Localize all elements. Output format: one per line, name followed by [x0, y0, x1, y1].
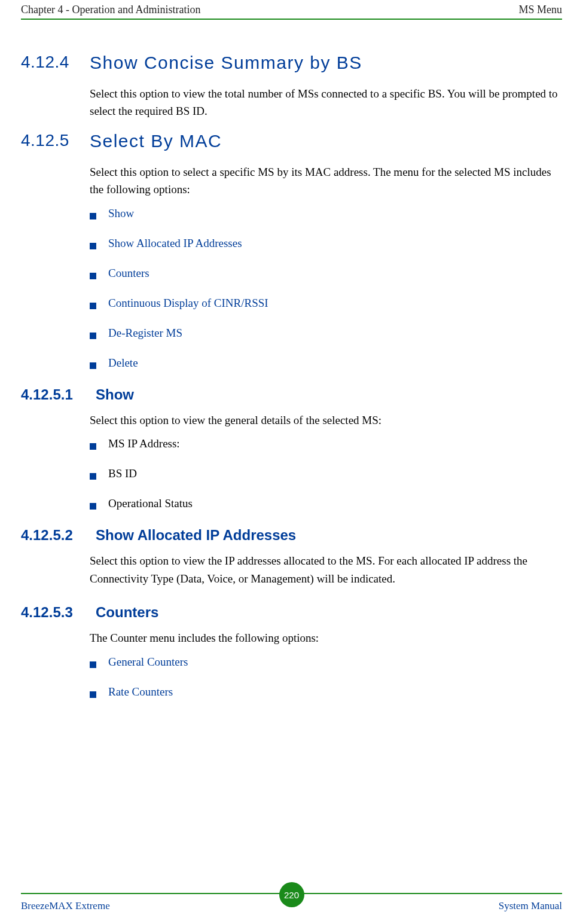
bullet-icon — [90, 303, 96, 309]
link-show-allocated-ip[interactable]: Show Allocated IP Addresses — [108, 237, 242, 250]
heading-show: 4.12.5.1 Show — [21, 386, 562, 403]
section-4-12-5: 4.12.5 Select By MAC Select this option … — [21, 131, 562, 370]
list-item: MS IP Address: — [90, 437, 562, 450]
list-item: Show Allocated IP Addresses — [90, 237, 562, 250]
list-item: Show — [90, 207, 562, 220]
paragraph: Select this option to view the IP addres… — [90, 552, 562, 587]
bullet-text: Operational Status — [108, 497, 193, 510]
page-number: 220 — [284, 890, 299, 900]
heading-title: Show Allocated IP Addresses — [96, 527, 296, 544]
bullet-icon — [90, 333, 96, 339]
link-delete[interactable]: Delete — [108, 356, 138, 370]
paragraph: Select this option to view the general d… — [90, 411, 562, 429]
list-item: General Counters — [90, 655, 562, 669]
heading-show-concise-summary: 4.12.4 Show Concise Summary by BS — [21, 53, 562, 73]
header-section: MS Menu — [518, 4, 562, 16]
link-general-counters[interactable]: General Counters — [108, 655, 188, 669]
link-rate-counters[interactable]: Rate Counters — [108, 685, 173, 699]
heading-title: Counters — [96, 604, 158, 621]
heading-counters: 4.12.5.3 Counters — [21, 604, 562, 621]
paragraph: Select this option to select a specific … — [90, 163, 562, 199]
list-item: Rate Counters — [90, 685, 562, 699]
bullet-list: Show Show Allocated IP Addresses Counter… — [90, 207, 562, 370]
bullet-icon — [90, 691, 96, 698]
heading-number: 4.12.5 — [21, 131, 90, 151]
bullet-text: BS ID — [108, 467, 137, 480]
heading-number: 4.12.4 — [21, 53, 90, 73]
list-item: Counters — [90, 267, 562, 280]
link-continuous-display[interactable]: Continuous Display of CINR/RSSI — [108, 297, 268, 310]
section-4-12-5-1: 4.12.5.1 Show Select this option to view… — [21, 386, 562, 510]
list-item: De-Register MS — [90, 327, 562, 340]
page-content: 4.12.4 Show Concise Summary by BS Select… — [21, 20, 562, 699]
list-item: BS ID — [90, 467, 562, 480]
bullet-icon — [90, 273, 96, 279]
bullet-icon — [90, 243, 96, 249]
bullet-icon — [90, 503, 96, 510]
page-number-badge: 220 — [279, 882, 304, 907]
list-item: Operational Status — [90, 497, 562, 510]
footer-manual: System Manual — [499, 900, 562, 912]
list-item: Continuous Display of CINR/RSSI — [90, 297, 562, 310]
heading-title: Select By MAC — [90, 131, 222, 151]
heading-title: Show — [96, 386, 134, 403]
bullet-icon — [90, 473, 96, 480]
heading-show-allocated-ip: 4.12.5.2 Show Allocated IP Addresses — [21, 527, 562, 544]
heading-title: Show Concise Summary by BS — [90, 53, 362, 73]
link-show[interactable]: Show — [108, 207, 134, 220]
heading-select-by-mac: 4.12.5 Select By MAC — [21, 131, 562, 151]
list-item: Delete — [90, 356, 562, 370]
page-footer: BreezeMAX Extreme 220 System Manual — [21, 893, 562, 912]
bullet-list: MS IP Address: BS ID Operational Status — [90, 437, 562, 510]
paragraph: The Counter menu includes the following … — [90, 629, 562, 647]
bullet-list: General Counters Rate Counters — [90, 655, 562, 699]
heading-number: 4.12.5.2 — [21, 527, 96, 544]
section-4-12-5-2: 4.12.5.2 Show Allocated IP Addresses Sel… — [21, 527, 562, 587]
bullet-icon — [90, 362, 96, 369]
bullet-icon — [90, 443, 96, 450]
bullet-icon — [90, 213, 96, 219]
heading-number: 4.12.5.3 — [21, 604, 96, 621]
section-4-12-5-3: 4.12.5.3 Counters The Counter menu inclu… — [21, 604, 562, 698]
footer-product: BreezeMAX Extreme — [21, 900, 110, 912]
heading-number: 4.12.5.1 — [21, 386, 96, 403]
bullet-text: MS IP Address: — [108, 437, 180, 450]
bullet-icon — [90, 661, 96, 668]
header-chapter: Chapter 4 - Operation and Administration — [21, 4, 200, 16]
page-header: Chapter 4 - Operation and Administration… — [21, 0, 562, 20]
link-deregister-ms[interactable]: De-Register MS — [108, 327, 182, 340]
paragraph: Select this option to view the total num… — [90, 85, 562, 120]
link-counters[interactable]: Counters — [108, 267, 149, 280]
section-4-12-4: 4.12.4 Show Concise Summary by BS Select… — [21, 53, 562, 120]
